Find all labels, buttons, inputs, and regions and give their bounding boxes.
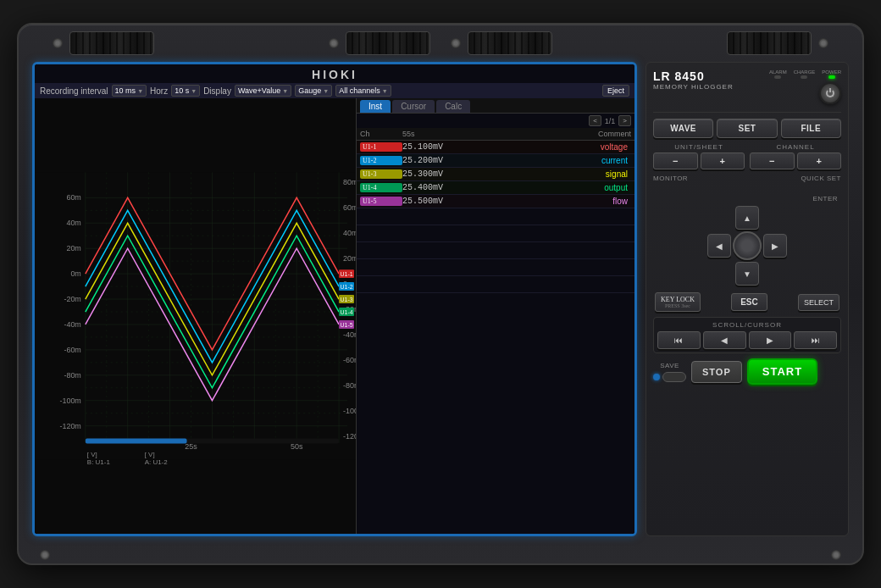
svg-text:-120m: -120m [59, 422, 80, 430]
svg-text:60m: 60m [343, 203, 356, 212]
screw-tm1 [329, 38, 339, 48]
svg-text:U1-4: U1-4 [340, 309, 352, 315]
screw-tl [53, 38, 63, 48]
table-row-empty [357, 259, 634, 276]
keylock-button[interactable]: KEY LOCK PRESS 3sec [655, 292, 701, 312]
start-button[interactable]: START [747, 358, 817, 385]
tab-calc[interactable]: Calc [436, 100, 470, 113]
ch-badge-4: U1-4 [360, 183, 402, 192]
scroll-cursor-section: SCROLL/CURSOR ⏮ ◀ ▶ ⏭ [653, 317, 841, 353]
table-header: Ch 55s Comment [357, 128, 634, 141]
comment-5: flow [487, 197, 631, 206]
nav-prev[interactable]: < [589, 115, 601, 126]
dpad-up[interactable]: ▲ [735, 206, 759, 230]
screw-bl [40, 550, 50, 560]
save-start-row: SAVE STOP START [653, 358, 841, 385]
model-number: LR 8450 [653, 69, 734, 83]
ch-badge-1: U1-1 [360, 142, 402, 152]
val-5: 25.500mV [402, 197, 487, 206]
set-button[interactable]: SET [717, 119, 777, 138]
svg-text:-100m: -100m [59, 397, 80, 405]
col-comment: Comment [487, 130, 631, 138]
svg-text:-40m: -40m [64, 320, 80, 329]
unit-inc-button[interactable]: + [701, 153, 745, 169]
chart-area: 60m 40m 20m 0m -20m -40m -60m -80m -100m… [35, 98, 357, 534]
device-body: HIOKI Recording interval 10 ms Horz 10 s… [17, 23, 864, 565]
channel-inc-dec: − + [750, 153, 841, 169]
svg-text:U1-1: U1-1 [340, 271, 352, 277]
monitor-label: MONITOR [653, 175, 688, 182]
unit-sheet-section: UNIT/SHEET − + [653, 143, 745, 169]
keylock-label: KEY LOCK [661, 296, 695, 303]
select-button[interactable]: SELECT [798, 294, 839, 311]
svg-text:U1-3: U1-3 [340, 297, 352, 302]
quick-set-label: QUICK SET [801, 175, 841, 182]
dpad-right[interactable]: ▶ [763, 234, 787, 258]
scroll-fast-forward[interactable]: ⏭ [794, 331, 837, 349]
wave-button[interactable]: WAVE [653, 119, 713, 138]
channels-select[interactable]: All channels [335, 85, 391, 97]
table-row-empty [357, 242, 634, 259]
recording-select[interactable]: 10 ms [112, 85, 147, 97]
save-toggle[interactable] [653, 372, 686, 382]
vent-center-left [346, 31, 430, 55]
display-select[interactable]: Wave+Value [235, 85, 291, 97]
charge-label: CHARGE [794, 69, 816, 75]
svg-text:U1-5: U1-5 [340, 322, 352, 328]
table-row[interactable]: U1-2 25.200mV current [357, 154, 634, 168]
screw-br [831, 550, 841, 560]
tab-inst[interactable]: Inst [360, 100, 391, 113]
table-row[interactable]: U1-5 25.500mV flow [357, 195, 634, 208]
svg-text:[  V]: [ V] [145, 451, 155, 458]
svg-text:-40m: -40m [343, 330, 356, 339]
horz-label: Horz [150, 86, 168, 96]
unit-dec-button[interactable]: − [653, 153, 698, 169]
top-section [19, 25, 862, 58]
bottom-screws [40, 550, 841, 560]
power-icon [826, 89, 834, 97]
col-time: 55s [402, 130, 487, 138]
tab-cursor[interactable]: Cursor [392, 100, 435, 113]
brand-label: HIOKI [35, 64, 634, 83]
recording-label: Recording interval [40, 86, 108, 96]
scroll-forward[interactable]: ▶ [749, 331, 792, 349]
gauge-select[interactable]: Gauge [295, 85, 332, 97]
save-label: SAVE [660, 362, 679, 369]
channel-dec-button[interactable]: − [750, 153, 795, 169]
table-row[interactable]: U1-1 25.100mV voltage [357, 141, 634, 154]
table-row[interactable]: U1-3 25.300mV signal [357, 168, 634, 181]
dpad-left[interactable]: ◀ [707, 234, 731, 258]
power-led [828, 75, 835, 79]
channel-label: CHANNEL [750, 143, 841, 151]
data-tabs: Inst Cursor Calc [357, 98, 634, 114]
device-title: LR 8450 MEMORY HiLOGGER ALARM CHARGE [653, 69, 841, 104]
scroll-back[interactable]: ◀ [703, 331, 746, 349]
svg-text:-20m: -20m [64, 295, 80, 303]
dpad-down[interactable]: ▼ [735, 262, 759, 286]
val-1: 25.100mV [402, 142, 487, 152]
power-button[interactable] [819, 82, 841, 104]
table-row-empty [357, 225, 634, 242]
monitor-quickset: MONITOR QUICK SET [653, 175, 841, 182]
esc-button[interactable]: ESC [731, 293, 767, 311]
horz-select[interactable]: 10 s [171, 85, 200, 97]
alarm-label: ALARM [769, 69, 787, 75]
scroll-fast-back[interactable]: ⏮ [657, 331, 701, 349]
eject-button[interactable]: Eject [602, 85, 629, 97]
channel-inc-button[interactable]: + [797, 153, 842, 169]
toolbar: Recording interval 10 ms Horz 10 s Displ… [35, 83, 634, 98]
model-info: LR 8450 MEMORY HiLOGGER [653, 69, 734, 91]
stop-button[interactable]: STOP [691, 361, 742, 383]
nav-next[interactable]: > [618, 115, 631, 126]
table-row[interactable]: U1-4 25.400mV output [357, 181, 634, 195]
dpad-center[interactable] [733, 231, 762, 260]
ch-badge-3: U1-3 [360, 169, 402, 179]
power-led-group: POWER [822, 69, 841, 79]
svg-text:0m: 0m [70, 269, 80, 278]
unit-inc-dec: − + [653, 153, 745, 169]
file-button[interactable]: FILE [781, 119, 841, 138]
power-label: POWER [822, 69, 841, 75]
dpad-bottom-row: ▼ [710, 262, 784, 286]
table-nav: < 1/1 > [357, 114, 634, 128]
comment-2: current [487, 156, 631, 165]
